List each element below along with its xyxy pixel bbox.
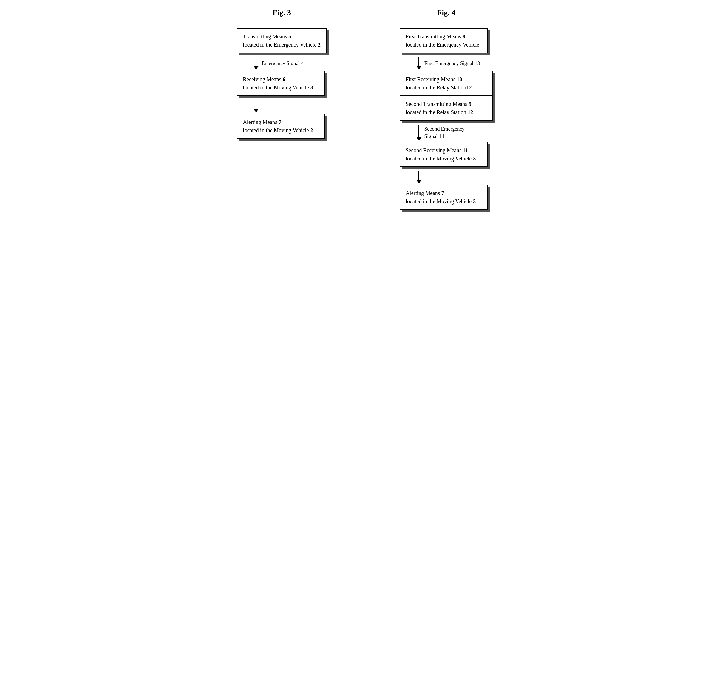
fig4-box1-num1: 8 <box>462 33 465 39</box>
fig3-box1-num2: 2 <box>318 42 321 48</box>
fig4-box1: First Transmitting Means 8 located in th… <box>400 28 488 53</box>
fig4-box2-bottom-text: Second Transmitting Means 9 located in t… <box>406 100 487 116</box>
fig4-section: Fig. 4 First Transmitting Means 8 locate… <box>373 8 520 213</box>
fig4-flowchart: First Transmitting Means 8 located in th… <box>400 28 493 213</box>
fig3-arrow1-head <box>253 66 259 70</box>
fig3-arrow2-line <box>256 100 256 108</box>
fig3-box1-num1: 5 <box>289 33 291 39</box>
fig3-box1: Transmitting Means 5 located in the Emer… <box>237 28 326 53</box>
fig4-box4-text: Alerting Means 7 located in the Moving V… <box>406 189 481 205</box>
fig3-box2-line1: Receiving Means <box>243 76 282 82</box>
fig4-box1-line1: First Transmitting Means <box>406 33 462 39</box>
fig3-section: Fig. 3 Transmitting Means 5 located in t… <box>208 8 356 142</box>
fig4-combined-box-wrapper: First Receiving Means 10 located in the … <box>400 71 493 121</box>
fig4-box4: Alerting Means 7 located in the Moving V… <box>400 185 488 210</box>
fig3-box2-wrapper: Receiving Means 6 located in the Moving … <box>237 71 325 96</box>
fig4-box3-text: Second Receiving Means 11 located in the… <box>406 146 481 163</box>
fig4-arrow1-label: First Emergency Signal 13 <box>425 60 480 67</box>
fig3-arrow1-line <box>256 57 256 66</box>
fig3-arrow2-head <box>253 108 259 113</box>
fig4-arrow2-line <box>419 124 419 137</box>
fig3-box1-wrapper: Transmitting Means 5 located in the Emer… <box>237 28 326 53</box>
fig3-box2-text: Receiving Means 6 located in the Moving … <box>243 75 319 92</box>
fig3-box3-line1: Alerting Means <box>243 119 279 125</box>
fig3-box2-num2: 3 <box>311 84 313 91</box>
fig3-box1-text: Transmitting Means 5 located in the Emer… <box>243 32 321 49</box>
fig4-arrow2-head <box>416 137 422 141</box>
fig4-box1-line2: located in the Emergency Vehicle <box>406 42 479 48</box>
fig3-box2: Receiving Means 6 located in the Moving … <box>237 71 325 96</box>
fig4-arrow2: Second Emergency Signal 14 <box>400 124 465 141</box>
fig3-box2-num1: 6 <box>282 76 285 82</box>
fig4-arrow1: First Emergency Signal 13 <box>400 57 480 70</box>
fig3-arrow1: Emergency Signal 4 <box>237 57 304 70</box>
fig3-box3-wrapper: Alerting Means 7 located in the Moving V… <box>237 114 325 139</box>
fig4-arrow3-line <box>419 171 419 180</box>
fig4-box2-bottom: Second Transmitting Means 9 located in t… <box>400 95 493 121</box>
fig3-box3: Alerting Means 7 located in the Moving V… <box>237 114 325 139</box>
fig3-box3-line2: located in the Moving Vehicle <box>243 127 311 133</box>
page-container: Fig. 3 Transmitting Means 5 located in t… <box>199 8 529 213</box>
fig3-box3-num2: 2 <box>311 127 313 133</box>
fig3-box3-num1: 7 <box>279 119 281 125</box>
fig4-arrow3 <box>400 171 422 184</box>
fig3-box1-line2: located in the Emergency Vehicle <box>243 42 318 48</box>
fig4-box3-wrapper: Second Receiving Means 11 located in the… <box>400 142 488 167</box>
fig4-title: Fig. 4 <box>437 8 455 17</box>
fig4-box4-wrapper: Alerting Means 7 located in the Moving V… <box>400 185 488 210</box>
fig3-box1-line1: Transmitting Means <box>243 33 289 39</box>
fig3-box2-line2: located in the Moving Vehicle <box>243 84 311 91</box>
fig3-box3-text: Alerting Means 7 located in the Moving V… <box>243 118 319 135</box>
fig4-box3: Second Receiving Means 11 located in the… <box>400 142 488 167</box>
fig4-arrow1-head <box>416 66 422 70</box>
fig4-combined-box: First Receiving Means 10 located in the … <box>400 71 493 121</box>
fig4-arrow3-head <box>416 180 422 184</box>
fig3-arrow2 <box>237 100 259 113</box>
fig3-flowchart: Transmitting Means 5 located in the Emer… <box>237 28 326 142</box>
fig4-box2-top: First Receiving Means 10 located in the … <box>400 71 493 95</box>
fig4-box1-wrapper: First Transmitting Means 8 located in th… <box>400 28 488 53</box>
fig4-arrow1-line <box>419 57 419 66</box>
fig4-box1-text: First Transmitting Means 8 located in th… <box>406 32 481 49</box>
fig4-arrow2-label: Second Emergency Signal 14 <box>425 125 465 140</box>
fig3-title: Fig. 3 <box>273 8 291 17</box>
fig4-box2-top-text: First Receiving Means 10 located in the … <box>406 75 487 92</box>
fig3-arrow1-label: Emergency Signal 4 <box>261 60 304 67</box>
